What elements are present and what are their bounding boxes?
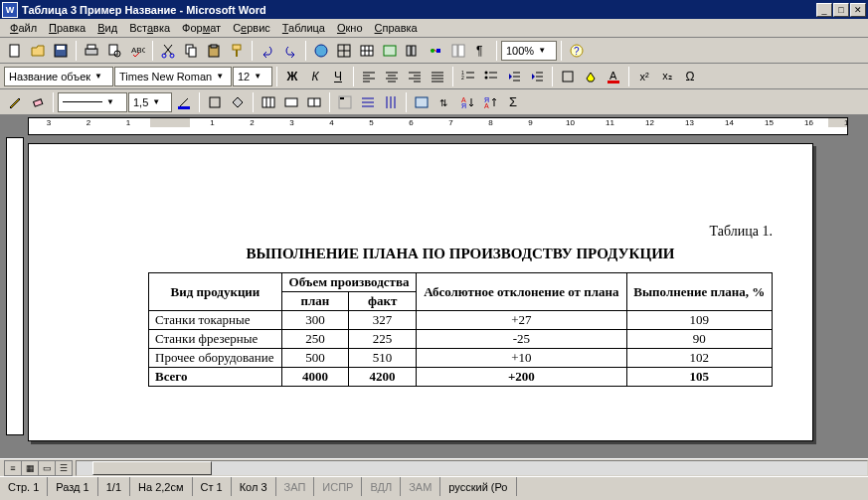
undo-button[interactable] (257, 40, 278, 62)
line-weight-value: 1,5 (133, 96, 148, 108)
copy-button[interactable] (180, 40, 202, 62)
cut-button[interactable] (157, 40, 179, 62)
sort-asc-button[interactable]: АЯ (456, 91, 478, 113)
numbered-list-button[interactable]: 12 (457, 66, 479, 87)
align-center-button[interactable] (381, 66, 403, 87)
show-marks-button[interactable]: ¶ (470, 40, 492, 62)
align-right-button[interactable] (404, 66, 426, 87)
menu-view[interactable]: Вид (91, 20, 123, 36)
print-layout-button[interactable]: ▭ (38, 460, 56, 476)
distribute-cols-button[interactable] (380, 91, 402, 113)
menu-table[interactable]: Таблица (276, 20, 331, 36)
svg-rect-11 (189, 48, 196, 57)
horizontal-ruler[interactable]: 321 1234567891011121314151617 (28, 117, 848, 135)
symbol-button[interactable]: Ω (679, 66, 701, 87)
menu-format[interactable]: Формат (176, 20, 227, 36)
drawing-button[interactable] (425, 40, 446, 62)
menu-window[interactable]: Окно (331, 20, 369, 36)
outside-border-button[interactable] (204, 91, 226, 113)
style-combo[interactable]: Название объек▼ (4, 67, 113, 86)
autosum-button[interactable]: Σ (502, 91, 524, 113)
help-button[interactable]: ? (566, 40, 588, 62)
svg-rect-26 (412, 46, 416, 56)
align-left-button[interactable] (358, 66, 380, 87)
borders-button[interactable] (557, 66, 579, 87)
tables-borders-button[interactable] (333, 40, 355, 62)
status-col: Кол 3 (232, 477, 276, 496)
svg-rect-68 (178, 106, 190, 109)
web-view-button[interactable]: ▦ (21, 460, 39, 476)
redo-button[interactable] (279, 40, 301, 62)
horizontal-scrollbar[interactable] (76, 460, 868, 476)
italic-button[interactable]: К (304, 66, 326, 87)
minimize-button[interactable]: _ (816, 3, 832, 17)
document-area[interactable]: Таблица 1. ВЫПОЛНЕНИЕ ПЛАНА ПО ПРОИЗВОДС… (0, 135, 868, 458)
font-combo[interactable]: Times New Roman▼ (114, 67, 232, 86)
line-weight-combo[interactable]: 1,5▼ (128, 92, 172, 112)
autoformat-button[interactable] (411, 91, 433, 113)
scroll-thumb[interactable] (92, 461, 212, 475)
bold-button[interactable]: Ж (281, 66, 303, 87)
separator (152, 41, 153, 61)
save-button[interactable] (50, 40, 72, 62)
new-doc-button[interactable] (4, 40, 26, 62)
svg-rect-29 (452, 45, 457, 57)
columns-button[interactable] (402, 40, 424, 62)
text-direction-button[interactable]: ⇅ (434, 91, 455, 113)
hyperlink-button[interactable] (310, 40, 332, 62)
spelling-button[interactable]: ABC (126, 40, 148, 62)
eraser-button[interactable] (27, 91, 49, 113)
border-color-button[interactable] (173, 91, 195, 113)
justify-button[interactable] (427, 66, 448, 87)
status-trk: ИСПР (314, 477, 362, 496)
underline-button[interactable]: Ч (327, 66, 349, 87)
menu-edit[interactable]: Правка (43, 20, 91, 36)
doc-map-button[interactable] (447, 40, 469, 62)
outline-view-button[interactable]: ☰ (55, 460, 73, 476)
paste-button[interactable] (203, 40, 225, 62)
menu-insert[interactable]: Вставка (123, 20, 176, 36)
align-top-left-button[interactable] (334, 91, 356, 113)
line-style-combo[interactable]: ▼ (58, 92, 127, 112)
size-value: 12 (238, 71, 250, 83)
zoom-combo[interactable]: 100%▼ (501, 41, 557, 61)
font-size-combo[interactable]: 12▼ (233, 67, 272, 86)
open-button[interactable] (27, 40, 49, 62)
font-color-button[interactable]: A (603, 66, 624, 87)
draw-table-button[interactable] (4, 91, 26, 113)
menu-tools[interactable]: Сервис (227, 20, 276, 36)
subscript-button[interactable]: x₂ (656, 66, 678, 87)
chevron-down-icon: ▼ (152, 97, 160, 106)
svg-point-27 (431, 49, 434, 53)
print-preview-button[interactable] (103, 40, 125, 62)
insert-table-button[interactable] (356, 40, 378, 62)
menu-file[interactable]: Файл (4, 20, 43, 36)
svg-rect-5 (109, 45, 117, 55)
sort-desc-button[interactable]: ЯА (479, 91, 501, 113)
superscript-button[interactable]: x² (633, 66, 655, 87)
close-button[interactable]: ✕ (850, 3, 866, 17)
svg-rect-84 (416, 97, 428, 107)
svg-rect-70 (262, 97, 274, 107)
status-section: Разд 1 (48, 477, 97, 496)
insert-worksheet-button[interactable] (379, 40, 401, 62)
insert-table-button-2[interactable] (258, 91, 279, 113)
standard-toolbar: ABC ¶ 100%▼ ? (0, 38, 868, 64)
normal-view-button[interactable]: ≡ (4, 460, 22, 476)
separator (276, 67, 277, 86)
separator (329, 92, 330, 112)
split-cells-button[interactable] (303, 91, 325, 113)
merge-cells-button[interactable] (280, 91, 302, 113)
decrease-indent-button[interactable] (503, 66, 525, 87)
print-button[interactable] (81, 40, 102, 62)
highlight-button[interactable] (580, 66, 602, 87)
increase-indent-button[interactable] (526, 66, 548, 87)
shading-color-button[interactable] (227, 91, 249, 113)
distribute-rows-button[interactable] (357, 91, 379, 113)
bullet-list-button[interactable] (480, 66, 502, 87)
word-app-icon: W (2, 2, 18, 18)
menu-help[interactable]: Справка (369, 20, 424, 36)
vertical-ruler[interactable] (6, 137, 24, 435)
format-painter-button[interactable] (226, 40, 248, 62)
maximize-button[interactable]: □ (833, 3, 849, 17)
